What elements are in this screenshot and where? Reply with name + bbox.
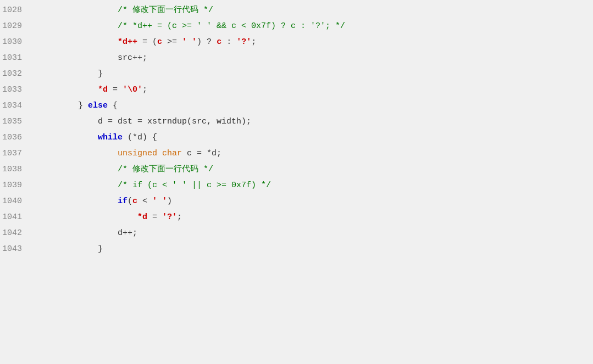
code-token: src++;	[38, 53, 147, 63]
line-number: 1034	[0, 98, 38, 114]
line-content: /* 修改下面一行代码 */	[38, 161, 593, 177]
code-token: *d	[98, 85, 108, 94]
code-token: =	[108, 85, 123, 94]
code-token: if	[118, 197, 128, 206]
line-number: 1028	[0, 2, 38, 18]
code-token: )	[167, 197, 172, 206]
code-line: 1038 /* 修改下面一行代码 */	[0, 161, 593, 177]
code-line: 1035 d = dst = xstrndup(src, width);	[0, 114, 593, 130]
code-token	[38, 85, 98, 94]
code-token: <	[137, 197, 152, 206]
line-content: while (*d) {	[38, 130, 593, 145]
line-number: 1037	[0, 145, 38, 161]
code-token	[38, 212, 137, 222]
code-token: ' '	[182, 37, 197, 47]
code-token: }	[38, 69, 103, 79]
code-token	[38, 37, 118, 47]
code-token	[38, 101, 78, 110]
code-token: ;	[142, 85, 147, 94]
code-token: '?'	[236, 37, 251, 47]
code-line: 1033 *d = '\0';	[0, 82, 593, 98]
line-number: 1041	[0, 209, 38, 225]
line-number: 1029	[0, 18, 38, 34]
code-token: *d	[137, 212, 147, 222]
line-content: if(c < ' ')	[38, 193, 593, 209]
code-token	[38, 133, 98, 142]
code-token: (*d) {	[123, 133, 157, 142]
code-line: 1028 /* 修改下面一行代码 */	[0, 2, 593, 18]
code-token: = (	[137, 37, 157, 47]
line-content: *d = '?';	[38, 209, 593, 225]
code-token: else	[83, 101, 113, 110]
code-line: 1043 }	[0, 241, 593, 257]
line-content: /* 修改下面一行代码 */	[38, 2, 593, 18]
line-content: }	[38, 241, 593, 257]
code-token: }	[38, 244, 103, 254]
code-line: 1041 *d = '?';	[0, 209, 593, 225]
line-content: } else {	[38, 98, 593, 114]
code-line: 1042 d++;	[0, 225, 593, 241]
line-number: 1033	[0, 82, 38, 98]
code-token: '?'	[162, 212, 177, 222]
code-token: ;	[177, 212, 182, 222]
code-line: 1029 /* *d++ = (c >= ' ' && c < 0x7f) ? …	[0, 18, 593, 34]
line-number: 1030	[0, 34, 38, 50]
code-token: }	[78, 101, 83, 110]
line-number: 1036	[0, 130, 38, 145]
line-number: 1042	[0, 225, 38, 241]
line-number: 1039	[0, 177, 38, 193]
code-line: 1039 /* if (c < ' ' || c >= 0x7f) */	[0, 177, 593, 193]
code-line: 1040 if(c < ' ')	[0, 193, 593, 209]
code-line: 1037 unsigned char c = *d;	[0, 145, 593, 161]
line-content: unsigned char c = *d;	[38, 145, 593, 161]
code-line: 1031 src++;	[0, 50, 593, 66]
line-content: d++;	[38, 225, 593, 241]
code-token: d = dst = xstrndup(src, width);	[38, 117, 251, 126]
code-token	[38, 149, 118, 158]
code-token: /* if (c < ' ' || c >= 0x7f) */	[38, 181, 271, 190]
code-token: /* 修改下面一行代码 */	[38, 165, 213, 174]
code-token: /* 修改下面一行代码 */	[38, 5, 213, 15]
code-token: (	[128, 197, 132, 206]
code-line: 1032 }	[0, 66, 593, 82]
code-line: 1030 *d++ = (c >= ' ') ? c : '?';	[0, 34, 593, 50]
code-token: {	[113, 101, 118, 110]
line-content: d = dst = xstrndup(src, width);	[38, 114, 593, 130]
code-token: ;	[251, 37, 256, 47]
code-token	[38, 197, 118, 206]
code-token: =	[147, 212, 162, 222]
code-token: ' '	[152, 197, 167, 206]
code-token: '\0'	[123, 85, 142, 94]
line-number: 1035	[0, 114, 38, 130]
line-number: 1043	[0, 241, 38, 257]
code-container: 1028 /* 修改下面一行代码 */1029 /* *d++ = (c >= …	[0, 0, 593, 364]
line-number: 1032	[0, 66, 38, 82]
code-token: c = *d;	[182, 149, 221, 158]
code-token: d++;	[38, 228, 137, 238]
line-content: }	[38, 66, 593, 82]
line-content: *d++ = (c >= ' ') ? c : '?';	[38, 34, 593, 50]
code-token: c	[157, 37, 162, 47]
line-content: /* *d++ = (c >= ' ' && c < 0x7f) ? c : '…	[38, 18, 593, 34]
line-content: /* if (c < ' ' || c >= 0x7f) */	[38, 177, 593, 193]
code-token: ) ?	[197, 37, 217, 47]
code-token: /* *d++ = (c >= ' ' && c < 0x7f) ? c : '…	[38, 21, 345, 31]
code-line: 1036 while (*d) {	[0, 130, 593, 145]
line-number: 1040	[0, 193, 38, 209]
line-number: 1038	[0, 161, 38, 177]
code-token: >=	[162, 37, 182, 47]
line-number: 1031	[0, 50, 38, 66]
code-token: while	[98, 133, 123, 142]
code-token: c	[132, 197, 137, 206]
line-content: src++;	[38, 50, 593, 66]
code-token: *d++	[118, 37, 137, 47]
code-token: c	[217, 37, 221, 47]
code-token: unsigned char	[118, 149, 182, 158]
code-line: 1034 } else {	[0, 98, 593, 114]
line-content: *d = '\0';	[38, 82, 593, 98]
code-token: :	[221, 37, 236, 47]
